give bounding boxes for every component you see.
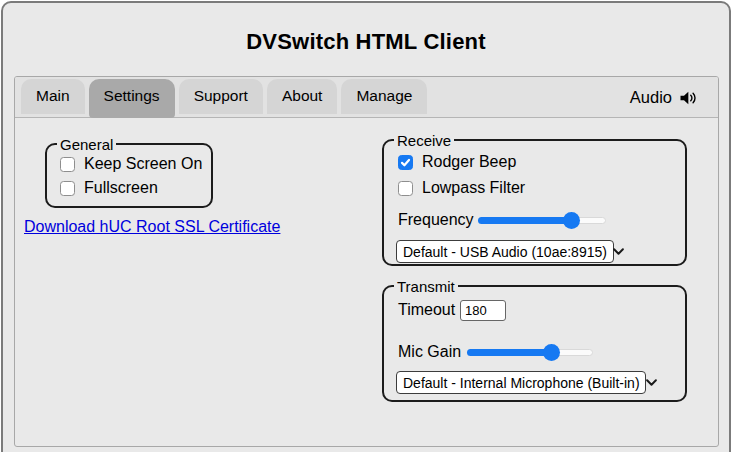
tab-support[interactable]: Support bbox=[179, 79, 263, 114]
app-window: DVSwitch HTML Client Main Settings Suppo… bbox=[1, 1, 731, 452]
slider-fill bbox=[467, 349, 551, 356]
transmit-device-value: Default - Internal Microphone (Built-in) bbox=[403, 375, 640, 391]
keep-screen-on-checkbox[interactable] bbox=[60, 157, 75, 172]
mic-gain-row: Mic Gain bbox=[398, 339, 685, 365]
receive-device-select[interactable]: Default - USB Audio (10ae:8915) bbox=[396, 240, 614, 263]
receive-legend: Receive bbox=[394, 131, 454, 150]
tab-strip: Main Settings Support About Manage Audio bbox=[15, 77, 718, 118]
receive-device-value: Default - USB Audio (10ae:8915) bbox=[403, 244, 607, 260]
chevron-down-icon bbox=[646, 379, 657, 386]
mic-gain-label: Mic Gain bbox=[398, 343, 467, 361]
page-title: DVSwitch HTML Client bbox=[3, 29, 729, 55]
lowpass-filter-row: Lowpass Filter bbox=[398, 175, 685, 201]
tab-bar: Main Settings Support About Manage bbox=[21, 79, 427, 118]
slider-thumb[interactable] bbox=[563, 212, 580, 229]
mic-gain-slider[interactable] bbox=[467, 343, 593, 361]
timeout-label: Timeout bbox=[398, 301, 460, 319]
chevron-down-icon bbox=[613, 248, 624, 255]
slider-fill bbox=[478, 217, 571, 224]
lowpass-filter-checkbox[interactable] bbox=[398, 181, 413, 196]
tab-about[interactable]: About bbox=[267, 79, 338, 114]
lowpass-filter-label: Lowpass Filter bbox=[422, 179, 525, 197]
fullscreen-checkbox[interactable] bbox=[60, 181, 75, 196]
check-icon bbox=[400, 157, 411, 168]
slider-thumb[interactable] bbox=[543, 344, 560, 361]
timeout-input[interactable] bbox=[460, 300, 506, 321]
transmit-legend: Transmit bbox=[394, 277, 458, 296]
transmit-fieldset: Transmit Timeout Mic Gain Default - Inte… bbox=[382, 285, 687, 402]
frequency-row: Frequency bbox=[398, 207, 685, 233]
audio-indicator[interactable]: Audio bbox=[630, 77, 698, 118]
general-fieldset: General Keep Screen On Fullscreen bbox=[45, 143, 213, 208]
tab-manage[interactable]: Manage bbox=[341, 79, 427, 114]
audio-label: Audio bbox=[630, 88, 672, 107]
tab-main[interactable]: Main bbox=[21, 79, 85, 114]
frequency-label: Frequency bbox=[398, 211, 478, 229]
general-legend: General bbox=[57, 135, 116, 154]
rodger-beep-checkbox[interactable] bbox=[398, 155, 413, 170]
fullscreen-row: Fullscreen bbox=[60, 176, 211, 200]
keep-screen-on-label: Keep Screen On bbox=[84, 155, 202, 173]
ssl-certificate-link[interactable]: Download hUC Root SSL Certificate bbox=[24, 218, 280, 236]
speaker-volume-icon bbox=[678, 88, 698, 108]
timeout-row: Timeout bbox=[398, 299, 685, 321]
keep-screen-on-row: Keep Screen On bbox=[60, 152, 211, 176]
tab-settings[interactable]: Settings bbox=[89, 79, 175, 118]
frequency-slider[interactable] bbox=[478, 211, 606, 229]
receive-fieldset: Receive Rodger Beep Lowpass Filter Frequ… bbox=[382, 139, 687, 266]
rodger-beep-row: Rodger Beep bbox=[398, 149, 685, 175]
rodger-beep-label: Rodger Beep bbox=[422, 153, 516, 171]
transmit-device-select[interactable]: Default - Internal Microphone (Built-in) bbox=[396, 371, 646, 394]
fullscreen-label: Fullscreen bbox=[84, 179, 158, 197]
